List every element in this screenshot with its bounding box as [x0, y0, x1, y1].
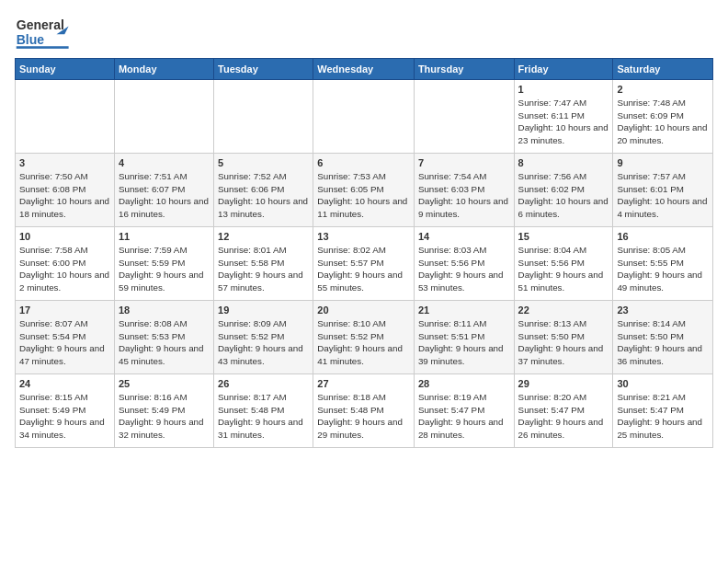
calendar-week-2: 3Sunrise: 7:50 AM Sunset: 6:08 PM Daylig…: [16, 154, 713, 227]
day-number: 6: [317, 156, 410, 170]
calendar-cell: 6Sunrise: 7:53 AM Sunset: 6:05 PM Daylig…: [313, 154, 415, 227]
day-info: Sunrise: 8:20 AM Sunset: 5:47 PM Dayligh…: [518, 391, 609, 442]
calendar-cell: 28Sunrise: 8:19 AM Sunset: 5:47 PM Dayli…: [414, 374, 514, 448]
calendar-cell: 2Sunrise: 7:48 AM Sunset: 6:09 PM Daylig…: [613, 80, 713, 154]
weekday-header-tuesday: Tuesday: [214, 59, 313, 80]
day-number: 3: [19, 156, 110, 170]
calendar-cell: 18Sunrise: 8:08 AM Sunset: 5:53 PM Dayli…: [114, 301, 213, 374]
calendar-cell: 11Sunrise: 7:59 AM Sunset: 5:59 PM Dayli…: [114, 227, 213, 301]
day-number: 1: [518, 83, 609, 97]
calendar-header: SundayMondayTuesdayWednesdayThursdayFrid…: [16, 59, 713, 80]
day-info: Sunrise: 8:01 AM Sunset: 5:58 PM Dayligh…: [218, 244, 309, 294]
day-number: 27: [317, 377, 410, 391]
day-number: 8: [518, 156, 609, 170]
weekday-header-saturday: Saturday: [613, 59, 713, 80]
day-number: 24: [19, 377, 110, 391]
day-number: 5: [218, 156, 309, 170]
calendar-cell: 30Sunrise: 8:21 AM Sunset: 5:47 PM Dayli…: [613, 374, 713, 448]
calendar-cell: [214, 80, 313, 154]
day-number: 20: [317, 304, 410, 317]
svg-text:Blue: Blue: [17, 32, 45, 47]
day-info: Sunrise: 8:10 AM Sunset: 5:52 PM Dayligh…: [317, 317, 410, 368]
day-info: Sunrise: 7:59 AM Sunset: 5:59 PM Dayligh…: [119, 244, 210, 294]
calendar-cell: 5Sunrise: 7:52 AM Sunset: 6:06 PM Daylig…: [214, 154, 313, 227]
day-info: Sunrise: 8:08 AM Sunset: 5:53 PM Dayligh…: [119, 317, 210, 368]
day-info: Sunrise: 8:03 AM Sunset: 5:56 PM Dayligh…: [418, 244, 510, 294]
calendar-cell: 1Sunrise: 7:47 AM Sunset: 6:11 PM Daylig…: [514, 80, 613, 154]
calendar-week-4: 17Sunrise: 8:07 AM Sunset: 5:54 PM Dayli…: [16, 301, 713, 374]
day-info: Sunrise: 7:50 AM Sunset: 6:08 PM Dayligh…: [19, 170, 110, 221]
calendar-cell: 3Sunrise: 7:50 AM Sunset: 6:08 PM Daylig…: [16, 154, 115, 227]
day-number: 23: [617, 304, 709, 317]
day-number: 28: [418, 377, 510, 391]
day-info: Sunrise: 7:48 AM Sunset: 6:09 PM Dayligh…: [617, 97, 709, 147]
weekday-header-row: SundayMondayTuesdayWednesdayThursdayFrid…: [16, 59, 713, 80]
day-number: 18: [119, 304, 210, 317]
calendar-cell: [16, 80, 115, 154]
day-info: Sunrise: 8:07 AM Sunset: 5:54 PM Dayligh…: [19, 317, 110, 368]
header: General Blue: [15, 11, 713, 52]
calendar-cell: 8Sunrise: 7:56 AM Sunset: 6:02 PM Daylig…: [514, 154, 613, 227]
day-info: Sunrise: 8:21 AM Sunset: 5:47 PM Dayligh…: [617, 391, 709, 442]
day-info: Sunrise: 8:14 AM Sunset: 5:50 PM Dayligh…: [617, 317, 709, 368]
calendar-cell: 9Sunrise: 7:57 AM Sunset: 6:01 PM Daylig…: [613, 154, 713, 227]
calendar-cell: 23Sunrise: 8:14 AM Sunset: 5:50 PM Dayli…: [613, 301, 713, 374]
day-number: 30: [617, 377, 709, 391]
logo-svg: General Blue: [15, 11, 79, 52]
calendar-week-1: 1Sunrise: 7:47 AM Sunset: 6:11 PM Daylig…: [16, 80, 713, 154]
day-info: Sunrise: 8:02 AM Sunset: 5:57 PM Dayligh…: [317, 244, 410, 294]
day-number: 12: [218, 230, 309, 244]
day-number: 7: [418, 156, 510, 170]
calendar-cell: 13Sunrise: 8:02 AM Sunset: 5:57 PM Dayli…: [313, 227, 415, 301]
calendar-week-3: 10Sunrise: 7:58 AM Sunset: 6:00 PM Dayli…: [16, 227, 713, 301]
day-info: Sunrise: 7:54 AM Sunset: 6:03 PM Dayligh…: [418, 170, 510, 221]
weekday-header-sunday: Sunday: [16, 59, 115, 80]
day-number: 19: [218, 304, 309, 317]
weekday-header-friday: Friday: [514, 59, 613, 80]
calendar-cell: 4Sunrise: 7:51 AM Sunset: 6:07 PM Daylig…: [114, 154, 213, 227]
day-number: 25: [119, 377, 210, 391]
calendar-cell: 21Sunrise: 8:11 AM Sunset: 5:51 PM Dayli…: [414, 301, 514, 374]
day-number: 22: [518, 304, 609, 317]
day-number: 9: [617, 156, 709, 170]
day-number: 4: [119, 156, 210, 170]
calendar-cell: 22Sunrise: 8:13 AM Sunset: 5:50 PM Dayli…: [514, 301, 613, 374]
calendar-table: SundayMondayTuesdayWednesdayThursdayFrid…: [15, 58, 713, 448]
calendar-cell: 7Sunrise: 7:54 AM Sunset: 6:03 PM Daylig…: [414, 154, 514, 227]
calendar-cell: 16Sunrise: 8:05 AM Sunset: 5:55 PM Dayli…: [613, 227, 713, 301]
day-number: 26: [218, 377, 309, 391]
calendar-cell: 26Sunrise: 8:17 AM Sunset: 5:48 PM Dayli…: [214, 374, 313, 448]
weekday-header-wednesday: Wednesday: [313, 59, 415, 80]
day-number: 15: [518, 230, 609, 244]
calendar-page: General Blue SundayMondayTuesdayWednesda…: [0, 0, 728, 457]
day-info: Sunrise: 7:53 AM Sunset: 6:05 PM Dayligh…: [317, 170, 410, 221]
day-number: 21: [418, 304, 510, 317]
calendar-cell: [414, 80, 514, 154]
day-info: Sunrise: 7:58 AM Sunset: 6:00 PM Dayligh…: [19, 244, 110, 294]
day-info: Sunrise: 8:11 AM Sunset: 5:51 PM Dayligh…: [418, 317, 510, 368]
calendar-cell: 25Sunrise: 8:16 AM Sunset: 5:49 PM Dayli…: [114, 374, 213, 448]
day-number: 17: [19, 304, 110, 317]
calendar-body: 1Sunrise: 7:47 AM Sunset: 6:11 PM Daylig…: [16, 80, 713, 448]
day-number: 10: [19, 230, 110, 244]
day-number: 13: [317, 230, 410, 244]
calendar-cell: [114, 80, 213, 154]
day-info: Sunrise: 7:51 AM Sunset: 6:07 PM Dayligh…: [119, 170, 210, 221]
day-number: 29: [518, 377, 609, 391]
calendar-cell: 29Sunrise: 8:20 AM Sunset: 5:47 PM Dayli…: [514, 374, 613, 448]
day-info: Sunrise: 7:57 AM Sunset: 6:01 PM Dayligh…: [617, 170, 709, 221]
calendar-cell: 12Sunrise: 8:01 AM Sunset: 5:58 PM Dayli…: [214, 227, 313, 301]
day-info: Sunrise: 8:05 AM Sunset: 5:55 PM Dayligh…: [617, 244, 709, 294]
day-info: Sunrise: 8:09 AM Sunset: 5:52 PM Dayligh…: [218, 317, 309, 368]
day-info: Sunrise: 8:16 AM Sunset: 5:49 PM Dayligh…: [119, 391, 210, 442]
day-info: Sunrise: 8:04 AM Sunset: 5:56 PM Dayligh…: [518, 244, 609, 294]
day-info: Sunrise: 7:56 AM Sunset: 6:02 PM Dayligh…: [518, 170, 609, 221]
weekday-header-monday: Monday: [114, 59, 213, 80]
day-info: Sunrise: 8:15 AM Sunset: 5:49 PM Dayligh…: [19, 391, 110, 442]
day-info: Sunrise: 7:47 AM Sunset: 6:11 PM Dayligh…: [518, 97, 609, 147]
calendar-cell: 27Sunrise: 8:18 AM Sunset: 5:48 PM Dayli…: [313, 374, 415, 448]
calendar-cell: 15Sunrise: 8:04 AM Sunset: 5:56 PM Dayli…: [514, 227, 613, 301]
calendar-cell: 10Sunrise: 7:58 AM Sunset: 6:00 PM Dayli…: [16, 227, 115, 301]
calendar-cell: 24Sunrise: 8:15 AM Sunset: 5:49 PM Dayli…: [16, 374, 115, 448]
calendar-cell: [313, 80, 415, 154]
